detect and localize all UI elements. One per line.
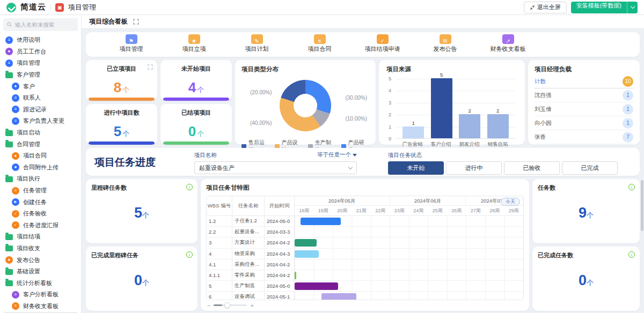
sidebar-item-使用说明[interactable]: ≡使用说明 — [3, 34, 78, 46]
donut-chart[interactable] — [280, 80, 331, 131]
bar-朋友介绍[interactable]: 2 — [459, 108, 480, 138]
project-name-select[interactable]: 起重设备生产 — [194, 161, 357, 174]
zoom-in-button[interactable]: + — [250, 302, 253, 309]
manager-row-沈自强[interactable]: 沈自强1 — [535, 88, 633, 102]
expand-icon[interactable] — [148, 64, 153, 70]
sidebar-item-项目收支[interactable]: 项目收支 — [3, 243, 78, 255]
search-input[interactable] — [15, 21, 74, 28]
stat-title: 未开始项目 — [160, 65, 232, 73]
section-heading: 项目任务进度 — [94, 155, 156, 169]
quick-link-label: 项目管理 — [120, 45, 143, 53]
status-button-已验收[interactable]: 已验收 — [504, 161, 560, 175]
quick-link-label: 项目结项申请 — [365, 45, 400, 53]
slider-handle[interactable] — [224, 302, 230, 308]
sidebar-item-员工工作台[interactable]: ●员工工作台 — [3, 46, 78, 58]
start-date-cell: 2024-05-0 — [265, 281, 295, 291]
info-icon[interactable]: i — [186, 251, 193, 258]
today-button[interactable]: 今天 — [501, 198, 520, 206]
logo-text: 简道云 — [20, 2, 46, 12]
stat-card-已结项项目: 已结项项目0个 — [160, 104, 232, 145]
zoom-out-button[interactable]: − — [207, 302, 210, 309]
manager-row-张香[interactable]: 张香7 — [535, 130, 633, 144]
info-icon[interactable]: i — [186, 184, 193, 190]
metric-card-已完成任务数: 已完成任务数i0个 — [532, 247, 640, 311]
sidebar-item-合同附件上传[interactable]: ●合同附件上传 — [3, 162, 78, 174]
quick-link-项目计划[interactable]: ✎项目计划 — [225, 34, 288, 53]
info-icon[interactable]: i — [628, 251, 635, 258]
metric-title: 已完成任务数 — [538, 251, 634, 259]
scrollbar[interactable] — [641, 180, 643, 231]
wbs-cell: 4.1.1 — [207, 270, 232, 280]
y-tick-label: 2 — [389, 112, 391, 117]
bar-销售自拓[interactable]: 2 — [487, 108, 509, 138]
bar-客户介绍[interactable]: 5 — [431, 72, 452, 138]
metric-value: 9个 — [532, 205, 640, 221]
sidebar-item-项目启动[interactable]: 项目启动 — [3, 127, 78, 139]
status-button-未开始[interactable]: 未开始 — [388, 161, 444, 175]
count-label: 计数 — [535, 78, 546, 85]
sidebar-item-客户分析看板[interactable]: ≡客户分析看板 — [3, 289, 78, 301]
status-button-已完成[interactable]: 已完成 — [562, 161, 618, 175]
sidebar-item-合同管理[interactable]: 合同管理 — [3, 138, 78, 150]
sidebar-item-项目结项[interactable]: 项目结项 — [3, 231, 78, 243]
sidebar-item-客户[interactable]: ●客户 — [3, 80, 78, 92]
info-icon[interactable]: i — [628, 184, 635, 190]
gantt-bar-物资采购[interactable] — [295, 250, 319, 258]
sidebar-item-任务进度汇报[interactable]: ✓任务进度汇报 — [3, 220, 78, 232]
gantt-timeline — [295, 216, 523, 226]
sidebar-item-任务管理[interactable]: ≡任务管理 — [3, 185, 78, 197]
gantt-bar-零件采购[interactable] — [295, 272, 296, 279]
sidebar-item-客户管理[interactable]: 客户管理 — [3, 69, 78, 81]
sidebar-item-联系人[interactable]: ≡联系人 — [3, 92, 78, 104]
sidebar-item-label: 客户负责人变更 — [23, 117, 64, 125]
start-date-cell: 2024-04-2 — [265, 237, 295, 248]
sidebar-item-统计分析看板[interactable]: 统计分析看板 — [3, 277, 78, 289]
status-button-进行中[interactable]: 进行中 — [446, 161, 502, 175]
manager-row-向小园[interactable]: 向小园1 — [535, 116, 633, 130]
gantt-bar-子任务1.2[interactable] — [301, 218, 341, 225]
accent-bar — [89, 141, 155, 145]
exit-fullscreen-button[interactable]: 退出全屏 — [524, 2, 567, 13]
bar-广告营销[interactable]: 1 — [402, 120, 424, 138]
gantt-bar-设备调试[interactable] — [321, 293, 356, 300]
load-badge: 1 — [623, 90, 633, 101]
sidebar-item-任务验收[interactable]: ✓任务验收 — [3, 208, 78, 220]
sidebar-item-label: 统计分析看板 — [17, 279, 52, 287]
install-template-button[interactable]: 安装模板(带数据) — [571, 2, 638, 13]
quick-link-项目结项申请[interactable]: ✓项目结项申请 — [351, 34, 414, 53]
sidebar-item-label: 联系人 — [23, 94, 41, 102]
filter-operator-dropdown[interactable]: 等于任意一个 — [317, 151, 357, 159]
gantt-bar-方案设计[interactable] — [295, 239, 317, 247]
slider-track[interactable] — [214, 304, 247, 306]
gantt-month-label: 2024年05月 — [295, 196, 390, 205]
doc-icon: ≡ — [5, 36, 13, 44]
tab-dashboard-title[interactable]: 项目综合看板 — [89, 17, 128, 26]
sidebar-item-发布公告[interactable]: ●发布公告 — [3, 254, 78, 266]
sidebar-search[interactable] — [3, 18, 78, 31]
sidebar-item-label: 合同管理 — [17, 140, 40, 148]
sidebar-item-跟进记录[interactable]: ≡跟进记录 — [3, 104, 78, 116]
sidebar-item-创建任务[interactable]: ►创建任务 — [3, 196, 78, 208]
search-icon — [7, 22, 12, 27]
fullscreen-icon[interactable] — [133, 19, 139, 25]
task-name-cell: 物资采购 — [232, 249, 265, 259]
quick-link-项目管理[interactable]: ⚑项目管理 — [100, 34, 163, 53]
sidebar-item-项目合同[interactable]: ●项目合同 — [3, 150, 78, 162]
sidebar-item-项目执行[interactable]: 项目执行 — [3, 173, 78, 185]
manager-name: 刘玉倩 — [535, 106, 552, 113]
sidebar-item-客户负责人变更[interactable]: ≡客户负责人变更 — [3, 115, 78, 127]
gantt-bar-生产制造[interactable] — [295, 282, 338, 290]
manager-row-刘玉倩[interactable]: 刘玉倩1 — [535, 102, 633, 116]
quick-link-发布公告[interactable]: ✉发布公告 — [414, 34, 477, 53]
quick-link-财务收支看板[interactable]: ↗财务收支看板 — [477, 34, 539, 53]
sidebar-item-项目管理[interactable]: ≡项目管理 — [3, 57, 78, 69]
install-dropdown-chevron-icon[interactable] — [627, 2, 638, 13]
quick-link-项目立项[interactable]: ★项目立项 — [163, 34, 225, 53]
send-icon: ► — [12, 198, 19, 206]
y-tick-label: 1 — [389, 124, 391, 130]
sidebar-item-基础设置[interactable]: 基础设置 — [3, 266, 78, 278]
sidebar-item-财务收支看板[interactable]: ≡财务收支看板 — [3, 301, 78, 312]
gantt-week-label: 18周 — [295, 206, 314, 215]
quick-link-项目合同[interactable]: ≡项目合同 — [288, 34, 351, 53]
sidebar-item-label: 客户 — [23, 83, 35, 91]
